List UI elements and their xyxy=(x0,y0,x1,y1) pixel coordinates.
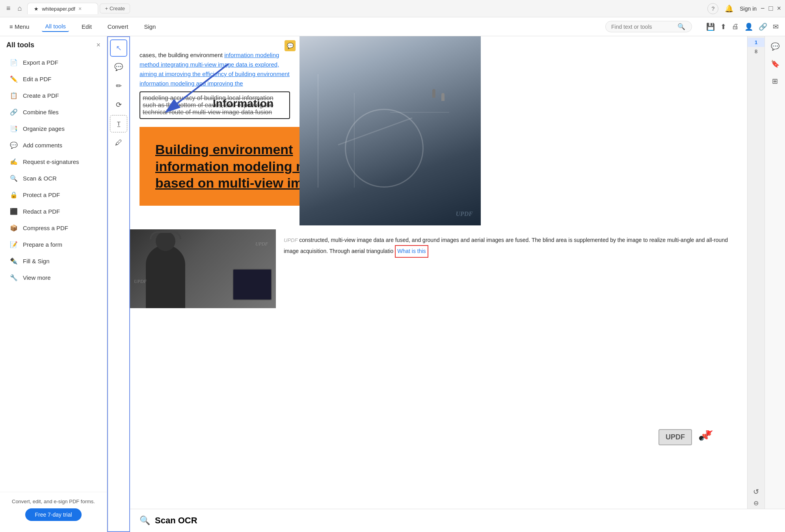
menu-button[interactable]: ≡ xyxy=(4,3,13,14)
print-icon[interactable]: 🖨 xyxy=(732,22,739,31)
page-num-8[interactable]: 8 xyxy=(748,47,765,56)
tab-bar: ★ whitepaper.pdf × + Create xyxy=(27,3,704,14)
sidebar-label-export: Export a PDF xyxy=(23,59,58,66)
modeling-text: modeling and improving the xyxy=(170,80,243,87)
right-panel-bookmark-button[interactable]: 🔖 xyxy=(768,57,782,71)
notification-button[interactable]: 🔔 xyxy=(722,3,736,15)
sidebar-label-protect: Protect a PDF xyxy=(23,192,60,198)
pdf-area[interactable]: 💬 cases, th xyxy=(130,36,785,532)
tool-text-select[interactable]: T̲ xyxy=(110,115,127,132)
tool-select[interactable]: ↖ xyxy=(110,39,127,57)
menu-item-edit[interactable]: Edit xyxy=(78,22,95,32)
sidebar-item-form[interactable]: 📝 Prepare a form xyxy=(3,236,104,253)
sidebar-title: All tools xyxy=(6,41,34,49)
upload-icon[interactable]: ⬆ xyxy=(720,22,726,31)
menu-item-menu[interactable]: ≡ Menu xyxy=(6,22,32,32)
sidebar-item-scan[interactable]: 🔍 Scan & OCR xyxy=(3,170,104,186)
sidebar-item-comments[interactable]: 💬 Add comments xyxy=(3,137,104,153)
search-icon: 🔍 xyxy=(677,23,685,30)
sign-in-button[interactable]: Sign in xyxy=(740,6,757,12)
search-bar[interactable]: 🔍 xyxy=(605,21,692,32)
tool-comment[interactable]: 💬 xyxy=(110,58,127,76)
highlighted-text: information modeling method integrating … xyxy=(140,52,290,87)
user-icon[interactable]: 👤 xyxy=(744,22,753,31)
updf-watermark-person2: UPDF xyxy=(255,241,268,247)
pdf-left-content: 💬 cases, th xyxy=(130,36,299,225)
sidebar-item-esign[interactable]: ✍️ Request e-signatures xyxy=(3,153,104,170)
link-icon[interactable]: 🔗 xyxy=(759,22,767,31)
sidebar-item-create[interactable]: 📋 Create a PDF xyxy=(3,87,104,104)
sidebar-item-fillsign[interactable]: ✒️ Fill & Sign xyxy=(3,253,104,269)
active-tab[interactable]: ★ whitepaper.pdf × xyxy=(27,3,98,14)
form-icon: 📝 xyxy=(9,240,18,249)
edit-icon: ✏️ xyxy=(9,74,18,83)
updf-watermark-person: UPDF xyxy=(134,279,147,285)
sidebar-item-organize[interactable]: 📑 Organize pages xyxy=(3,120,104,137)
menu-item-convert[interactable]: Convert xyxy=(104,22,132,32)
minimize-button[interactable]: − xyxy=(761,4,765,13)
right-panel-chat-button[interactable]: 💬 xyxy=(768,39,782,54)
sidebar-close-button[interactable]: × xyxy=(96,41,100,49)
sidebar-label-organize: Organize pages xyxy=(23,125,65,132)
save-icon[interactable]: 💾 xyxy=(706,22,715,31)
sidebar-item-protect[interactable]: 🔒 Protect a PDF xyxy=(3,186,104,203)
sidebar-item-more[interactable]: 🔧 View more xyxy=(3,269,104,286)
sidebar-label-scan: Scan & OCR xyxy=(23,175,57,182)
protect-icon: 🔒 xyxy=(9,190,18,199)
free-trial-button[interactable]: Free 7-day trial xyxy=(25,508,81,521)
tool-stamp[interactable]: 🖊 xyxy=(110,134,127,151)
tool-pen[interactable]: ✏ xyxy=(110,77,127,95)
sidebar-label-edit: Edit a PDF xyxy=(23,76,52,82)
menu-item-all-tools[interactable]: All tools xyxy=(42,21,69,32)
mail-icon[interactable]: ✉ xyxy=(773,22,779,31)
home-button[interactable]: ⌂ xyxy=(15,3,24,14)
browser-right: ? 🔔 Sign in − □ × xyxy=(707,3,781,15)
pdf-lower-section: UPDF UPDF UPDF constructed, multi-view i… xyxy=(130,229,747,308)
maximize-button[interactable]: □ xyxy=(769,4,773,13)
close-window-button[interactable]: × xyxy=(777,4,781,13)
scan-ocr-label: Scan OCR xyxy=(155,515,197,526)
organize-icon: 📑 xyxy=(9,124,18,133)
new-tab-button[interactable]: + Create xyxy=(100,4,130,13)
sidebar-item-redact[interactable]: ⬛ Redact a PDF xyxy=(3,203,104,219)
help-button[interactable]: ? xyxy=(707,3,718,14)
sidebar-item-export[interactable]: 📄 Export a PDF xyxy=(3,54,104,71)
toolbar-icons: 💾 ⬆ 🖨 👤 🔗 ✉ xyxy=(706,22,779,31)
window-controls: − □ × xyxy=(761,4,781,13)
building-interior: UPDF xyxy=(299,36,481,225)
yellow-flag-icon: 🚩 xyxy=(705,430,713,437)
sidebar-header: All tools × xyxy=(0,41,107,54)
scroll-refresh-button[interactable]: ↺ xyxy=(752,486,761,498)
building-photo: UPDF Information xyxy=(299,36,481,225)
sidebar-label-compress: Compress a PDF xyxy=(23,225,68,231)
esign-icon: ✍️ xyxy=(9,157,18,166)
browser-chrome: ≡ ⌂ ★ whitepaper.pdf × + Create ? 🔔 Sign… xyxy=(0,0,785,17)
browser-controls: ≡ ⌂ xyxy=(4,3,24,14)
plus-icon: + xyxy=(105,6,108,11)
sidebar-label-more: View more xyxy=(23,274,51,281)
tab-star-icon: ★ xyxy=(34,6,39,12)
pdf-content-wrapper: 💬 cases, th xyxy=(130,36,747,225)
sidebar-label-combine: Combine files xyxy=(23,109,59,115)
sidebar-item-compress[interactable]: 📦 Compress a PDF xyxy=(3,219,104,236)
zoom-out-button[interactable]: ⊖ xyxy=(752,498,760,508)
right-panel: 💬 🔖 ⊞ xyxy=(765,36,785,532)
sidebar-label-form: Prepare a form xyxy=(23,241,62,248)
comments-icon: 💬 xyxy=(9,141,18,149)
sidebar-item-combine[interactable]: 🔗 Combine files xyxy=(3,104,104,120)
sidebar-item-edit[interactable]: ✏️ Edit a PDF xyxy=(3,71,104,87)
scan-ocr-bar: 🔍 Scan OCR xyxy=(130,509,785,532)
scan-icon-bar: 🔍 xyxy=(140,515,150,526)
tool-lasso[interactable]: ⟳ xyxy=(110,96,127,113)
page-num-1[interactable]: 1 xyxy=(748,38,765,47)
right-panel-grid-button[interactable]: ⊞ xyxy=(768,74,782,88)
menu-item-sign[interactable]: Sign xyxy=(141,22,159,32)
popup-text[interactable]: What is this xyxy=(395,245,428,258)
sidebar-label-create: Create a PDF xyxy=(23,92,59,99)
sidebar-label-comments: Add comments xyxy=(23,142,62,149)
tool-panel: ↖ 💬 ✏ ⟳ T̲ 🖊 xyxy=(107,36,130,532)
search-input[interactable] xyxy=(611,24,674,30)
sidebar-label-redact: Redact a PDF xyxy=(23,208,60,215)
tab-close-icon[interactable]: × xyxy=(78,6,82,12)
tab-title: whitepaper.pdf xyxy=(42,6,75,12)
